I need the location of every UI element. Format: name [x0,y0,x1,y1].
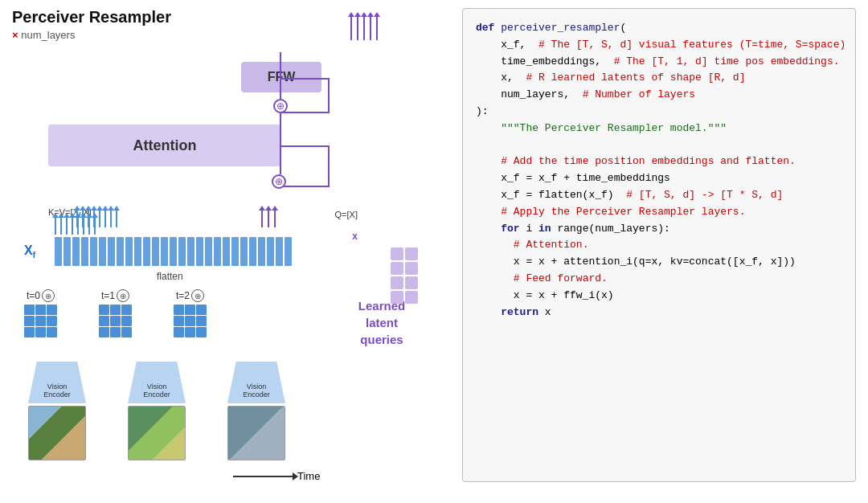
photos-row [28,406,285,460]
q-arr-1 [261,210,263,227]
photo-2 [227,406,285,460]
timestep-1: t=1 ⊕ [99,289,132,337]
vline-top-ffw [280,52,281,99]
latent-right-blocks [391,247,418,304]
fb-25 [267,237,274,266]
tc-0-9 [47,327,57,337]
vline-ffw-right [328,78,330,113]
vline-attn-right [328,145,330,187]
hline-ffw-bypass-bot [280,112,329,113]
out-arrow-4 [370,16,371,40]
latent-grid [391,247,418,304]
fu-2 [60,217,62,235]
xf-flat-row: Xf [24,237,394,268]
fb-11 [143,237,150,266]
fb-7 [108,237,115,266]
flatten-text: flatten [157,271,183,282]
ts-grid-2 [174,305,207,337]
ts-grid-0 [24,305,57,337]
tc-0-7 [24,327,35,337]
q-arr-2 [268,210,269,227]
diagram-title: Perceiver Resampler [12,8,171,27]
fb-1 [55,237,62,266]
fu-4 [72,217,73,235]
fb-24 [258,237,265,266]
kv-arr-8 [116,210,117,227]
fu-6 [83,217,84,235]
fu-3 [66,217,68,235]
q-arr-3 [274,210,276,227]
fu-1 [55,217,56,235]
attention-block: Attention [48,125,281,166]
fb-9 [125,237,133,266]
tc-0-5 [35,316,46,326]
fb-10 [134,237,141,266]
out-arrow-5 [376,16,378,40]
encoder-row: VisionEncoder VisionEncoder VisionEncode… [28,362,285,403]
learned-latent-label: Learnedlatentqueries [338,297,426,348]
fb-23 [249,237,256,266]
diagram-section: Perceiver Resampler × num_layers FFW ⊕ [12,8,446,495]
kv-arr-5 [99,210,100,227]
tc-0-8 [35,327,46,337]
tc-0-3 [47,305,57,315]
fb-27 [285,237,292,266]
q-arrows [261,210,276,227]
fb-2 [63,237,71,266]
out-arrow-1 [350,16,352,40]
fb-20 [223,237,230,266]
photo-1 [128,406,186,460]
fb-5 [90,237,97,266]
ts-label-0: t=0 ⊕ [27,289,55,302]
kv-arr-7 [110,210,112,227]
timestep-row: t=0 ⊕ [24,289,207,337]
timestep-0: t=0 ⊕ [24,289,57,337]
encoder-2: VisionEncoder [227,362,285,403]
code-block: def perceiver_resampler( x_f, # The [T, … [476,20,842,321]
fb-3 [72,237,80,266]
fb-26 [276,237,283,266]
fb-19 [214,237,221,266]
output-arrows [350,16,378,40]
tc-0-6 [47,316,57,326]
dashed-box: FFW ⊕ Attention ⊕ [24,52,402,227]
fu-5 [77,217,79,235]
fb-13 [161,237,168,266]
ffw-block: FFW [241,62,321,92]
fb-16 [187,237,194,266]
num-layers-text: num_layers [21,29,75,41]
photo-0 [28,406,86,460]
out-arrow-2 [357,16,358,40]
fb-6 [99,237,106,266]
add-small-0: ⊕ [42,289,55,302]
hline-attn-bypass [280,145,329,147]
xf-label: Xf [24,243,35,260]
add-small-2: ⊕ [191,289,204,302]
kv-arr-6 [104,210,106,227]
time-label: Time [233,470,320,482]
fu-8 [94,217,96,235]
add-small-1: ⊕ [117,289,129,302]
timestep-2: t=2 ⊕ [174,289,207,337]
tc-0-2 [35,305,46,315]
num-layers-x: × [12,29,18,41]
encoder-0: VisionEncoder [28,362,86,403]
fb-12 [152,237,159,266]
ts-label-1: t=1 ⊕ [101,289,129,302]
fu-7 [88,217,90,235]
fb-17 [196,237,203,266]
tc-0-1 [24,305,35,315]
vline-attn-ffw2 [280,113,281,174]
hline-ffw-bypass [280,78,329,80]
tc-0-4 [24,316,35,326]
encoder-1: VisionEncoder [128,362,186,403]
out-arrow-3 [363,16,365,40]
ts-label-2: t=2 ⊕ [176,289,204,302]
fb-4 [81,237,88,266]
fb-22 [240,237,248,266]
flat-blocks [55,237,292,266]
fb-8 [117,237,124,266]
fb-21 [231,237,239,266]
code-section: def perceiver_resampler( x_f, # The [T, … [462,8,856,482]
add-circle-ffw: ⊕ [273,99,288,113]
